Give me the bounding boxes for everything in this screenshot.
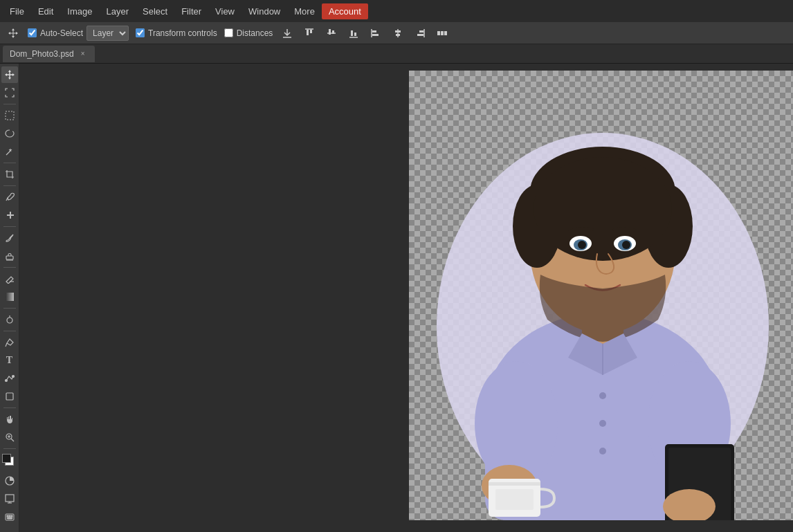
align-left-icon[interactable] [368, 26, 383, 41]
menu-file[interactable]: File [3, 3, 31, 19]
separator-9 [3, 448, 16, 449]
separator-4 [3, 226, 16, 227]
distances-checkbox[interactable] [224, 28, 233, 37]
transform-controls-checkbox[interactable] [136, 28, 145, 37]
svg-rect-10 [372, 34, 379, 36]
svg-rect-15 [419, 30, 423, 33]
document-tab[interactable]: Dom_Photo3.psd × [3, 46, 95, 62]
svg-rect-43 [7, 515, 8, 517]
tab-close-button[interactable]: × [78, 49, 88, 59]
svg-rect-21 [6, 111, 14, 120]
svg-rect-6 [351, 30, 353, 36]
gradient-tool-button[interactable] [1, 288, 18, 305]
align-bottom-icon[interactable] [346, 26, 361, 41]
svg-rect-27 [6, 293, 14, 301]
svg-point-63 [599, 420, 606, 427]
distances-label: Distances [237, 28, 273, 38]
align-vcenter-icon[interactable] [324, 26, 339, 41]
menu-more[interactable]: More [287, 3, 322, 19]
dodge-tool-button[interactable] [1, 311, 18, 328]
toolbar: T [0, 64, 19, 532]
options-bar: Auto-Select Layer Transform controls Dis… [0, 22, 793, 44]
svg-rect-1 [310, 30, 312, 33]
distances-group: Distances [224, 28, 273, 38]
svg-point-64 [599, 448, 606, 455]
pen-tool-button[interactable] [1, 334, 18, 351]
shape-tool-button[interactable] [1, 388, 18, 405]
svg-line-23 [6, 198, 8, 201]
svg-rect-39 [6, 495, 14, 502]
magic-wand-tool-button[interactable] [1, 143, 18, 160]
svg-rect-45 [11, 515, 12, 517]
separator-6 [3, 308, 16, 309]
canvas-area[interactable] [19, 64, 793, 532]
canvas-container [409, 71, 793, 520]
svg-point-28 [7, 318, 12, 323]
marquee-tool-button[interactable] [1, 107, 18, 124]
keyboard-shortcut-button[interactable] [1, 508, 18, 525]
svg-line-35 [11, 439, 14, 441]
eyedropper-tool-button[interactable] [1, 189, 18, 205]
layer-dropdown[interactable]: Layer [86, 26, 129, 41]
svg-point-55 [534, 157, 672, 261]
text-tool-button[interactable]: T [1, 352, 18, 369]
quick-mask-button[interactable] [1, 473, 18, 489]
menu-account[interactable]: Account [322, 3, 368, 19]
menu-edit[interactable]: Edit [31, 3, 60, 19]
align-right-icon[interactable] [412, 26, 428, 41]
transform-controls-label: Transform controls [148, 28, 217, 38]
menu-filter[interactable]: Filter [174, 3, 208, 19]
svg-point-31 [5, 380, 7, 382]
move-tool-button[interactable] [1, 66, 18, 83]
tab-filename: Dom_Photo3.psd [10, 49, 74, 59]
color-swatches[interactable] [1, 453, 18, 470]
svg-rect-44 [9, 515, 10, 517]
svg-rect-0 [307, 30, 309, 35]
hand-tool-button[interactable] [1, 411, 18, 428]
stamp-tool-button[interactable] [1, 248, 18, 264]
svg-rect-20 [444, 31, 447, 35]
menu-select[interactable]: Select [136, 3, 174, 19]
auto-select-group: Auto-Select Layer [28, 26, 129, 41]
svg-rect-16 [417, 34, 423, 36]
menu-layer[interactable]: Layer [100, 3, 136, 19]
canvas-content [409, 71, 793, 520]
separator-7 [3, 331, 16, 331]
path-tool-button[interactable] [1, 370, 18, 387]
separator-3 [3, 185, 16, 186]
separator-8 [3, 407, 16, 408]
eraser-tool-button[interactable] [1, 270, 18, 287]
svg-rect-33 [6, 393, 13, 400]
distribute-icon[interactable] [435, 26, 450, 41]
menu-window[interactable]: Window [241, 3, 287, 19]
menu-view[interactable]: View [208, 3, 241, 19]
separator-5 [3, 267, 16, 268]
healing-tool-button[interactable] [1, 207, 18, 223]
artboard-tool-button[interactable] [1, 84, 18, 101]
screen-mode-button[interactable] [1, 490, 18, 507]
lasso-tool-button[interactable] [1, 125, 18, 142]
tab-bar: Dom_Photo3.psd × [0, 44, 793, 64]
svg-point-60 [578, 241, 586, 249]
move-tool-icon[interactable] [6, 26, 21, 41]
transform-controls-group: Transform controls [136, 28, 217, 38]
svg-point-62 [599, 392, 606, 399]
svg-line-30 [6, 343, 7, 347]
align-download-icon[interactable] [280, 26, 295, 41]
align-top-icon[interactable] [302, 26, 317, 41]
foreground-color-swatch[interactable] [2, 454, 11, 463]
separator-1 [3, 104, 16, 104]
svg-rect-69 [495, 489, 534, 510]
main-area: T [0, 64, 793, 532]
auto-select-label: Auto-Select [40, 28, 83, 38]
align-hcenter-icon[interactable] [390, 26, 405, 41]
svg-rect-7 [354, 33, 356, 36]
separator-2 [3, 163, 16, 163]
menu-image[interactable]: Image [60, 3, 99, 19]
crop-tool-button[interactable] [1, 166, 18, 183]
svg-rect-9 [372, 30, 376, 33]
svg-point-32 [12, 376, 14, 378]
brush-tool-button[interactable] [1, 230, 18, 246]
zoom-tool-button[interactable] [1, 429, 18, 446]
auto-select-checkbox[interactable] [28, 28, 37, 37]
